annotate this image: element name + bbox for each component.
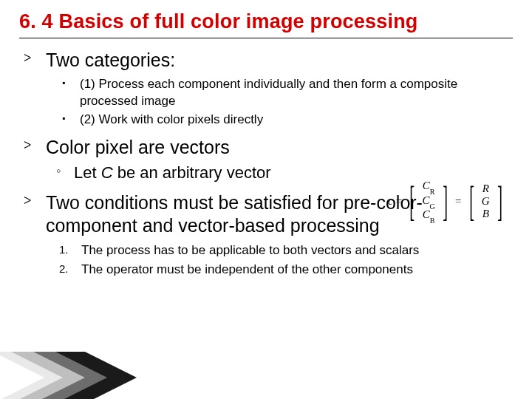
eq-sub: R bbox=[430, 188, 435, 196]
eq-equals: = bbox=[396, 196, 402, 208]
num-item: The operator must be independent of the … bbox=[46, 262, 513, 279]
slide: 6. 4 Basics of full color image processi… bbox=[0, 0, 532, 399]
sublist-categories: (1) Process each component individually … bbox=[46, 76, 513, 129]
eq-equals: = bbox=[455, 196, 461, 208]
item-head: Two categories: bbox=[46, 49, 513, 72]
svg-marker-1 bbox=[11, 352, 92, 399]
bracket-icon: ] bbox=[443, 184, 448, 217]
svg-marker-2 bbox=[33, 352, 115, 399]
eq-sub: B bbox=[430, 216, 435, 225]
eq-lhs: c bbox=[388, 196, 393, 208]
eq-cell: C bbox=[423, 180, 430, 191]
bracket-icon: ] bbox=[497, 184, 502, 217]
eq-rhs-col: R G B bbox=[482, 183, 490, 219]
chevron-decoration-icon bbox=[0, 337, 170, 399]
bracket-icon: [ bbox=[469, 184, 474, 217]
sub-item: (2) Work with color pixels directly bbox=[46, 112, 513, 129]
svg-marker-0 bbox=[0, 352, 74, 399]
item-categories: Two categories: (1) Process each compone… bbox=[19, 49, 513, 129]
bracket-icon: [ bbox=[409, 184, 415, 217]
numbered-list: The process has to be applicable to both… bbox=[46, 242, 513, 279]
eq-mid-col: CR CG CB bbox=[422, 180, 434, 223]
item-vectors: Color pixel are vectors Let C be an arbi… bbox=[19, 136, 513, 184]
eq-cell: C bbox=[422, 194, 429, 206]
eq-cell: G bbox=[482, 196, 490, 208]
slide-title: 6. 4 Basics of full color image processi… bbox=[19, 10, 513, 33]
eq-cell: R bbox=[482, 183, 489, 195]
sub-item: (1) Process each component individually … bbox=[46, 76, 513, 110]
var-c: C bbox=[101, 163, 113, 182]
vector-equation: c = [ CR CG CB ] = [ R G B ] bbox=[388, 180, 507, 223]
text: be an arbitrary vector bbox=[113, 163, 271, 182]
content-list: Two categories: (1) Process each compone… bbox=[19, 49, 513, 279]
title-underline bbox=[19, 38, 513, 38]
svg-marker-3 bbox=[55, 352, 137, 399]
eq-sub: G bbox=[429, 202, 434, 211]
num-item: The process has to be applicable to both… bbox=[46, 242, 513, 259]
eq-cell: B bbox=[482, 208, 489, 220]
text: Let bbox=[74, 163, 101, 182]
item-head: Color pixel are vectors bbox=[46, 136, 513, 159]
